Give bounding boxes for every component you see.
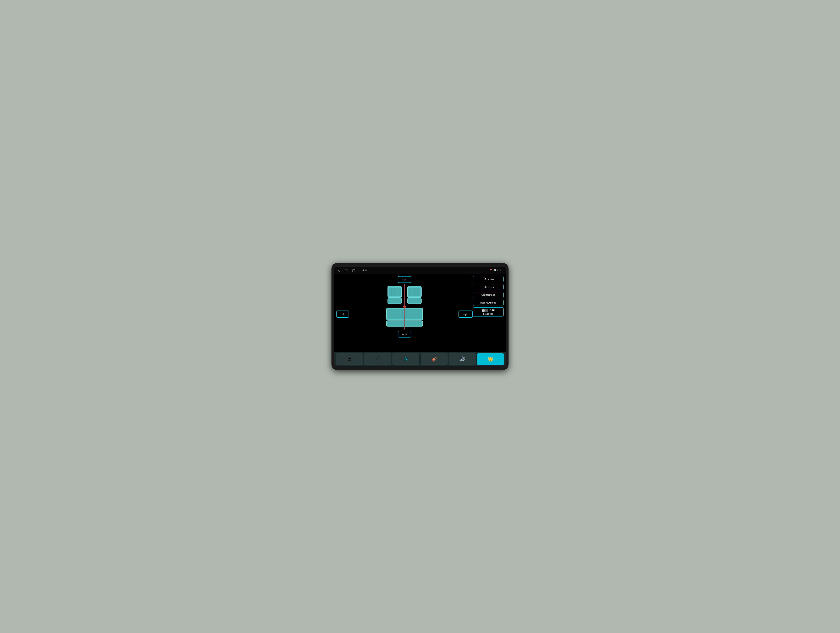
svg-point-23 [406, 359, 407, 360]
back-row-mode-button[interactable]: Back row mode [473, 300, 504, 306]
tab-reset[interactable]: ↺ [364, 353, 391, 365]
loudness-label: Loudness [475, 313, 502, 315]
front-btn-wrap: front [398, 276, 411, 283]
crown-icon: 👑 [488, 356, 493, 362]
nav-icons: ◁ ⬭ ▢ [338, 269, 489, 272]
volume-icon: 🔊 [459, 356, 465, 362]
time-display: 08:03 [494, 269, 502, 272]
screen: ◁ ⬭ ▢ 📍 08:03 left front [334, 267, 506, 366]
nav-dots [363, 269, 367, 271]
equalizer-icon: ▤ [347, 356, 352, 362]
svg-point-22 [404, 357, 406, 358]
tab-sliders[interactable] [392, 353, 419, 365]
tab-equalizer[interactable]: ▤ [336, 353, 363, 365]
svg-rect-8 [407, 298, 422, 304]
recents-icon[interactable]: ▢ [352, 269, 355, 272]
right-panel: right [444, 276, 473, 352]
home-icon[interactable]: ⬭ [345, 269, 347, 272]
tab-volume[interactable]: 🔊 [449, 353, 476, 365]
back-icon[interactable]: ◁ [338, 269, 340, 272]
seat-svg [384, 284, 425, 329]
tab-crown[interactable]: 👑 [477, 353, 504, 365]
toggle-circle [482, 309, 485, 312]
loudness-toggle-row: OFF [475, 309, 502, 312]
left-driving-button[interactable]: Left driving [473, 276, 504, 282]
center-panel: front [365, 276, 444, 352]
loudness-toggle[interactable] [482, 309, 488, 312]
rear-button[interactable]: rear [398, 331, 411, 337]
main-content: left front [334, 274, 506, 352]
car-headunit-device: MIC RST ◁ ⬭ ▢ 📍 08:03 left [332, 263, 508, 370]
nav-dot-2 [365, 269, 367, 271]
svg-point-21 [403, 305, 406, 308]
front-button[interactable]: front [398, 276, 411, 283]
rear-btn-wrap: rear [398, 331, 411, 337]
bottom-bar: ▤ ↺ 🎻 [334, 352, 506, 366]
sliders-icon [404, 356, 409, 362]
music-icon: 🎻 [431, 356, 437, 362]
tab-music[interactable]: 🎻 [421, 353, 448, 365]
right-driving-button[interactable]: Right driving [473, 284, 504, 290]
left-button[interactable]: left [336, 310, 349, 318]
nav-dot-1 [363, 269, 364, 271]
central-mode-button[interactable]: Central mode [473, 292, 504, 298]
svg-rect-2 [388, 298, 402, 304]
seat-diagram [384, 284, 425, 329]
top-bar: ◁ ⬭ ▢ 📍 08:03 [334, 267, 506, 274]
loudness-control: OFF Loudness [473, 307, 504, 316]
mode-panel: Left driving Right driving Central mode … [473, 276, 504, 352]
right-button[interactable]: right [458, 310, 473, 318]
loudness-off-label: OFF [489, 309, 494, 312]
left-panel: left [336, 276, 365, 352]
location-icon: 📍 [489, 269, 493, 272]
reset-icon: ↺ [376, 356, 380, 362]
top-right: 📍 08:03 [489, 269, 502, 272]
